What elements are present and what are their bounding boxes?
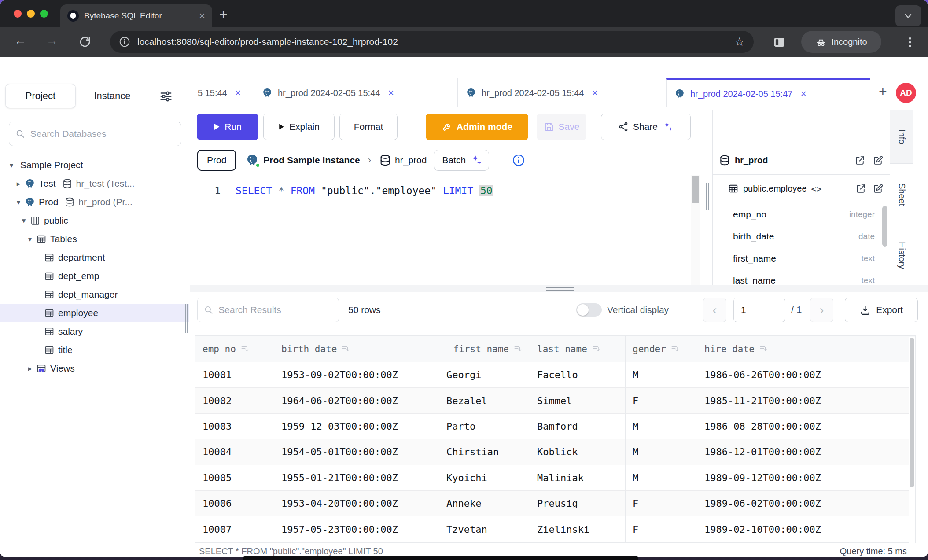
cell[interactable]: 1955-01-21T00:00:00Z — [274, 465, 439, 491]
caret-down-icon[interactable]: ▾ — [19, 216, 28, 225]
cell[interactable]: Chirstian — [439, 439, 530, 465]
minimize-window-button[interactable] — [27, 10, 35, 18]
tree-item-hr-prod[interactable]: ▾ Prod hr_prod (Pr... — [0, 193, 189, 211]
tab-project[interactable]: Project — [5, 84, 76, 108]
worksheet-tab[interactable]: hr_prod 2024-02-05 15:44× — [458, 78, 663, 107]
tree-item-table-dept-manager[interactable]: dept_manager — [0, 285, 189, 304]
database-name[interactable]: hr_prod — [395, 155, 427, 166]
worksheet-tab[interactable]: hr_prod 2024-02-05 15:44× — [254, 78, 458, 107]
caret-down-icon[interactable]: ▾ — [26, 235, 34, 244]
sql-code-line[interactable]: SELECT * FROM "public"."employee" LIMIT … — [236, 185, 493, 196]
worksheet-tab-active[interactable]: hr_prod 2024-02-05 15:47× — [666, 78, 870, 107]
table-row[interactable]: 100021964-06-02T00:00:00ZBezalelSimmelF1… — [195, 388, 915, 413]
cell[interactable]: F — [626, 516, 697, 542]
cell[interactable]: Anneke — [439, 491, 530, 516]
tree-item-hr-test[interactable]: ▸ Test hr_test (Test... — [0, 174, 189, 193]
edit-icon[interactable] — [873, 155, 884, 166]
cell[interactable]: 1953-04-20T00:00:00Z — [274, 491, 439, 516]
code-glyph-icon[interactable]: <> — [811, 184, 822, 194]
tab-instance[interactable]: Instance — [84, 84, 141, 108]
close-window-button[interactable] — [14, 10, 22, 18]
sql-editor[interactable]: 1 SELECT * FROM "public"."employee" LIMI… — [190, 175, 712, 285]
cell[interactable]: M — [626, 465, 697, 491]
cell[interactable]: Simmel — [530, 388, 626, 413]
user-avatar[interactable]: AD — [896, 83, 916, 103]
tree-item-table-salary[interactable]: salary — [0, 322, 189, 341]
filter-settings-icon[interactable] — [159, 90, 173, 103]
cell[interactable]: 1959-12-03T00:00:00Z — [274, 414, 439, 439]
cell[interactable]: Bamford — [530, 414, 626, 439]
editor-scrollbar[interactable] — [691, 175, 700, 285]
cell[interactable]: Koblick — [530, 439, 626, 465]
info-circle-icon[interactable] — [512, 154, 525, 167]
cell[interactable]: Tzvetan — [439, 516, 530, 542]
prev-page-button[interactable]: ‹ — [703, 298, 726, 322]
divider-grip[interactable] — [546, 290, 574, 291]
cell[interactable]: 10007 — [195, 516, 274, 542]
cell[interactable]: 1985-11-21T00:00:00Z — [697, 388, 864, 413]
tree-item-table-dept-emp[interactable]: dept_emp — [0, 267, 189, 285]
batch-button[interactable]: Batch — [434, 150, 489, 171]
close-tab-icon[interactable]: × — [800, 88, 806, 100]
external-link-icon[interactable] — [854, 155, 865, 166]
cell[interactable]: Facello — [530, 362, 626, 388]
table-scrollbar-thumb[interactable] — [910, 338, 914, 487]
cell[interactable]: M — [626, 439, 697, 465]
sort-icon[interactable] — [341, 344, 350, 354]
panel-table-row[interactable]: public.employee <> — [713, 175, 890, 203]
side-tab-sheet[interactable]: Sheet — [890, 164, 913, 225]
search-results-input[interactable] — [197, 298, 339, 322]
panel-resize-handle[interactable] — [706, 183, 707, 210]
cell[interactable]: F — [626, 388, 697, 413]
column-header[interactable]: first_name — [439, 336, 530, 362]
editor-scrollbar-thumb[interactable] — [692, 176, 699, 203]
sort-icon[interactable] — [513, 344, 523, 354]
search-databases-input[interactable] — [9, 122, 181, 146]
side-tab-info[interactable]: Info — [890, 110, 913, 164]
close-tab-icon[interactable]: × — [388, 87, 394, 99]
cell[interactable]: 1989-06-02T00:00:00Z — [697, 491, 864, 516]
worksheet-tab[interactable]: 5 15:44× — [190, 78, 254, 107]
new-worksheet-button[interactable]: + — [879, 84, 887, 100]
column-header[interactable]: gender — [626, 336, 697, 362]
panel-scrollbar-thumb[interactable] — [882, 206, 887, 247]
tree-item-table-employee[interactable]: employee — [0, 304, 189, 322]
results-divider[interactable] — [190, 285, 928, 292]
cell[interactable]: 1989-02-10T00:00:00Z — [697, 516, 864, 542]
run-button[interactable]: Run — [197, 114, 258, 140]
cell[interactable]: Preusig — [530, 491, 626, 516]
table-row[interactable]: 100071957-05-23T00:00:00ZTzvetanZielinsk… — [195, 516, 915, 542]
site-info-icon[interactable] — [119, 36, 130, 48]
back-icon[interactable]: ← — [14, 34, 26, 48]
sort-icon[interactable] — [592, 344, 601, 354]
table-row[interactable]: 100051955-01-21T00:00:00ZKyoichiMaliniak… — [195, 465, 915, 491]
cell[interactable]: M — [626, 414, 697, 439]
cell[interactable]: 10001 — [195, 362, 274, 388]
bookmark-star-icon[interactable]: ☆ — [734, 35, 745, 49]
table-scrollbar[interactable] — [909, 337, 915, 544]
column-row[interactable]: birth_datedate — [713, 225, 884, 247]
next-page-button[interactable]: › — [810, 298, 833, 322]
close-tab-icon[interactable]: × — [235, 87, 241, 99]
caret-down-icon[interactable]: ▾ — [7, 161, 16, 170]
forward-icon[interactable]: → — [46, 34, 58, 48]
table-row[interactable]: 100011953-09-02T00:00:00ZGeorgiFacelloM1… — [195, 362, 915, 388]
panel-resize-handle[interactable] — [708, 183, 709, 210]
tree-item-schema-public[interactable]: ▾ public — [0, 211, 189, 230]
tree-item-table-department[interactable]: department — [0, 248, 189, 267]
zoom-window-button[interactable] — [40, 10, 48, 18]
cell[interactable]: 10003 — [195, 414, 274, 439]
page-input[interactable] — [733, 298, 785, 322]
table-row[interactable]: 100031959-12-03T00:00:00ZPartoBamfordM19… — [195, 414, 915, 439]
cell[interactable]: 1986-08-28T00:00:00Z — [697, 414, 864, 439]
url-bar[interactable]: localhost:8080/sql-editor/prod-sample-in… — [110, 31, 754, 53]
caret-right-icon[interactable]: ▸ — [26, 364, 34, 373]
browser-menu-icon[interactable] — [903, 36, 917, 49]
tree-item-table-title[interactable]: title — [0, 341, 189, 359]
cell[interactable]: 1953-09-02T00:00:00Z — [274, 362, 439, 388]
cell[interactable]: 10002 — [195, 388, 274, 413]
column-header[interactable]: birth_date — [274, 336, 439, 362]
explain-button[interactable]: Explain — [263, 114, 335, 140]
side-panel-icon[interactable] — [773, 36, 786, 49]
external-link-icon[interactable] — [855, 183, 866, 194]
